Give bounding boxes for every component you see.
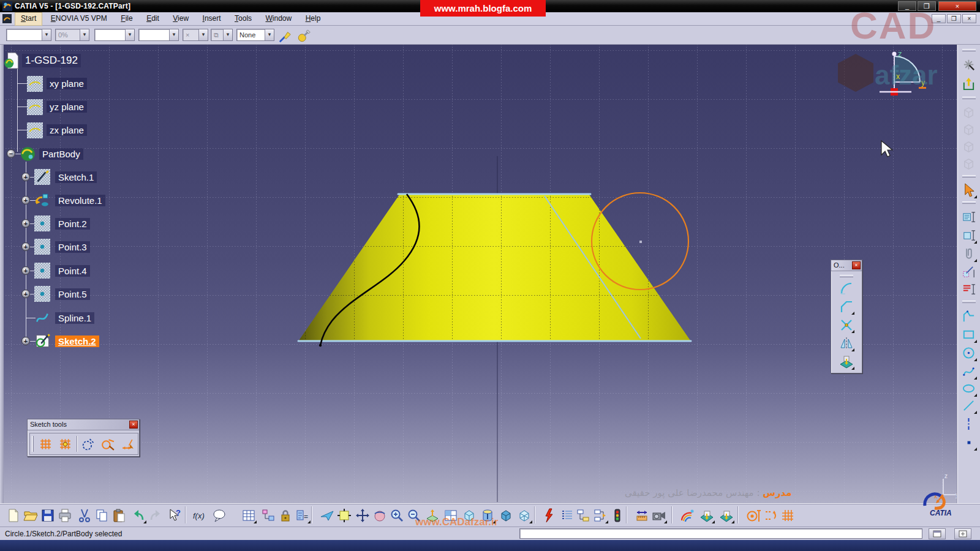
trim-tool-icon[interactable] xyxy=(838,317,854,333)
constraints-dialog-icon[interactable] xyxy=(960,209,977,225)
tree-item-revolute1[interactable]: Revolute.1 xyxy=(55,195,105,206)
menu-tools[interactable]: Tools xyxy=(229,12,257,26)
pan-icon[interactable] xyxy=(354,507,371,523)
open-icon[interactable] xyxy=(22,507,39,523)
product-structure-icon[interactable] xyxy=(260,507,276,523)
render-filter-combo[interactable]: None▾ xyxy=(236,29,274,41)
command-input[interactable] xyxy=(519,528,922,539)
tree-item-partbody[interactable]: PartBody xyxy=(39,148,83,160)
point-tool-icon[interactable] xyxy=(960,434,977,451)
toolbar-drag-handle[interactable] xyxy=(962,97,976,99)
mdi-restore-button[interactable]: ❒ xyxy=(947,14,961,23)
minimize-button[interactable]: _ xyxy=(898,1,916,11)
update-icon[interactable] xyxy=(541,507,558,523)
tree-item-xy-plane[interactable]: xy plane xyxy=(47,78,87,89)
constraint-creation-icon[interactable] xyxy=(960,264,977,280)
graphic-painter-icon[interactable] xyxy=(295,28,312,44)
tree-item-sketch2-selected[interactable]: Sketch.2 xyxy=(55,335,99,347)
rectangle-tool-icon[interactable] xyxy=(960,326,977,343)
point-symbol-combo[interactable]: ×▾ xyxy=(183,29,208,41)
measure-icon[interactable] xyxy=(633,507,650,523)
exit-workbench-icon[interactable] xyxy=(960,76,977,92)
line-weight-combo[interactable]: ▾ xyxy=(94,29,135,41)
chamfer-tool-icon[interactable] xyxy=(838,298,854,315)
conic-tool-icon[interactable] xyxy=(960,380,977,397)
mirror-tool-icon[interactable] xyxy=(838,335,854,351)
toolbar-drag-handle[interactable] xyxy=(962,175,976,178)
tree-item-root[interactable]: 1-GSD-192 xyxy=(22,54,81,67)
traffic-light-icon[interactable] xyxy=(609,507,625,523)
auto-constraint-icon[interactable] xyxy=(960,281,977,298)
menu-enovia[interactable]: ENOVIA V5 VPM xyxy=(45,12,113,26)
snap-to-point-icon[interactable] xyxy=(57,436,74,452)
graph-tree-icon[interactable] xyxy=(575,507,591,523)
close-button[interactable]: × xyxy=(938,1,976,11)
operation-toolbar[interactable]: O... × xyxy=(831,260,862,373)
isometric-view-icon[interactable] xyxy=(461,507,477,523)
tree-item-point5[interactable]: Point.5 xyxy=(55,288,90,300)
spline-icon[interactable] xyxy=(34,310,50,326)
toolbar-drag-handle[interactable] xyxy=(32,436,34,452)
expander-partbody[interactable]: − xyxy=(7,149,15,158)
circle-tool-icon[interactable] xyxy=(960,345,977,361)
mdi-close-button[interactable]: × xyxy=(962,14,976,23)
sketcher-output-alt-icon[interactable] xyxy=(718,507,734,523)
plane-icon[interactable] xyxy=(27,76,43,92)
wireframe-icon[interactable] xyxy=(516,507,532,523)
print-icon[interactable] xyxy=(56,507,73,523)
copy-graphic-properties-icon[interactable] xyxy=(277,28,293,44)
zoom-out-icon[interactable] xyxy=(405,507,422,523)
maximize-button[interactable]: ❒ xyxy=(918,1,936,11)
point-icon[interactable] xyxy=(34,239,50,255)
chevron-down-icon[interactable]: ▾ xyxy=(265,29,274,40)
tree-item-zx-plane[interactable]: zx plane xyxy=(47,124,87,136)
paste-icon[interactable] xyxy=(110,507,127,523)
close-icon[interactable]: × xyxy=(129,421,138,429)
re-limit-tool-icon[interactable] xyxy=(762,507,778,523)
construction-standard-element-icon[interactable] xyxy=(80,436,97,452)
close-icon[interactable]: × xyxy=(852,261,861,269)
snapshot-icon[interactable] xyxy=(650,507,667,523)
corner-tool-icon[interactable] xyxy=(838,280,854,296)
formula-icon[interactable] xyxy=(191,507,208,523)
fit-all-in-icon[interactable] xyxy=(336,507,352,523)
fly-mode-icon[interactable] xyxy=(318,507,335,523)
design-table-icon[interactable] xyxy=(240,507,257,523)
lock-icon[interactable] xyxy=(277,507,293,523)
zoom-in-icon[interactable] xyxy=(388,507,405,523)
expander-revolute1[interactable]: + xyxy=(21,196,30,204)
rule-icon[interactable] xyxy=(294,507,311,523)
expander-point3[interactable]: + xyxy=(21,242,30,251)
normal-view-icon[interactable] xyxy=(424,507,440,523)
chevron-down-icon[interactable]: ▾ xyxy=(125,29,134,40)
point-icon[interactable] xyxy=(34,263,50,279)
chevron-down-icon[interactable]: ▾ xyxy=(42,29,51,40)
cut-icon[interactable] xyxy=(76,507,92,523)
save-icon[interactable] xyxy=(39,507,56,523)
sketch-tools-title[interactable]: Sketch tools × xyxy=(28,419,139,430)
axis-tool-icon[interactable] xyxy=(960,416,977,432)
hatch-tool-icon[interactable] xyxy=(779,507,796,523)
power-input-toggle-button[interactable] xyxy=(929,528,946,539)
anchor-clip-icon[interactable] xyxy=(960,246,977,262)
layer-combo[interactable]: ⧉▾ xyxy=(211,29,233,41)
tree-item-spline1[interactable]: Spline.1 xyxy=(55,312,94,324)
menu-window[interactable]: Window xyxy=(260,12,298,26)
expander-sketch1[interactable]: + xyxy=(21,173,30,181)
mdi-minimize-button[interactable]: _ xyxy=(932,14,946,23)
rotate-icon[interactable] xyxy=(371,507,388,523)
tree-item-yz-plane[interactable]: yz plane xyxy=(47,101,87,113)
plane-icon[interactable] xyxy=(27,122,43,138)
menu-view[interactable]: View xyxy=(167,12,194,26)
knowledge-icon[interactable] xyxy=(211,507,227,523)
sketch-icon[interactable] xyxy=(34,169,50,185)
profile-tool-icon[interactable] xyxy=(960,308,977,324)
toolbar-drag-handle[interactable] xyxy=(962,201,976,204)
diameter-tool-icon[interactable] xyxy=(745,507,761,523)
dimensional-constraints-icon[interactable] xyxy=(119,436,136,452)
spline-endpoint[interactable] xyxy=(319,344,322,347)
point-icon[interactable] xyxy=(34,216,50,231)
menu-edit[interactable]: Edit xyxy=(141,12,165,26)
multi-view-icon[interactable] xyxy=(442,507,459,523)
transparency-combo[interactable]: 0%▾ xyxy=(55,29,89,41)
